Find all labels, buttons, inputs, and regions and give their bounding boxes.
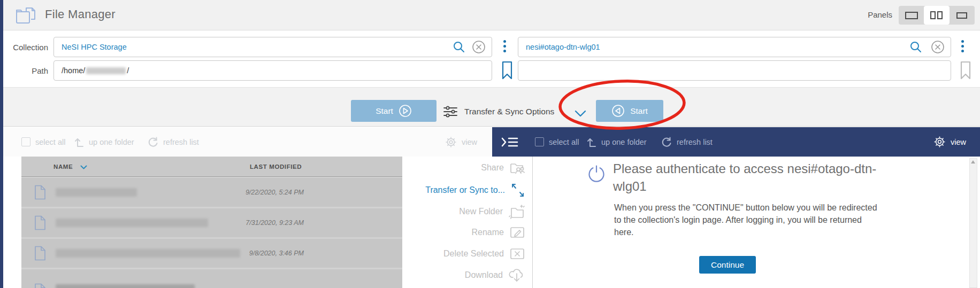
- transfer-bar: Start Transfer & Sync Options Start: [3, 87, 980, 127]
- start-left-button[interactable]: Start: [351, 100, 437, 122]
- rename-label: Rename: [472, 228, 504, 237]
- redacted-path-segment: [86, 67, 126, 74]
- options-chevron-down-icon[interactable]: [575, 110, 586, 117]
- auth-body-text: When you press the "CONTINUE" button bel…: [614, 201, 879, 238]
- download-button[interactable]: Download: [402, 267, 532, 283]
- refresh-list-label: refresh list: [677, 138, 713, 146]
- new-folder-button[interactable]: New Folder: [402, 204, 532, 220]
- left-select-all[interactable]: select all: [21, 127, 65, 157]
- table-row[interactable]: [21, 269, 402, 288]
- continue-button[interactable]: Continue: [699, 256, 756, 274]
- single-panel-button[interactable]: [899, 6, 924, 25]
- left-path-suffix: /: [127, 66, 129, 75]
- file-icon: [34, 246, 46, 261]
- right-panel-scrollbar[interactable]: [969, 158, 977, 288]
- redacted-filename: [56, 284, 195, 288]
- refresh-list-label: refresh list: [163, 138, 199, 146]
- up-one-folder-icon: [74, 137, 84, 147]
- left-collection-search-icon[interactable]: [453, 41, 465, 53]
- new-folder-icon: [509, 204, 525, 219]
- share-button[interactable]: Share: [402, 160, 532, 176]
- delete-icon: [510, 247, 525, 260]
- scroll-up-arrow-icon[interactable]: [971, 160, 975, 164]
- select-all-label: select all: [35, 138, 65, 146]
- share-icon: [510, 161, 525, 175]
- left-panel-toolbar: select all up one folder refresh list vi…: [3, 127, 492, 157]
- right-up-one-folder[interactable]: up one folder: [586, 127, 647, 157]
- left-up-one-folder[interactable]: up one folder: [74, 127, 134, 157]
- collapse-panel-button[interactable]: [501, 127, 519, 157]
- select-all-checkbox[interactable]: [21, 137, 30, 146]
- left-path-bookmark-icon[interactable]: [501, 61, 513, 80]
- file-icon: [34, 215, 46, 230]
- right-refresh-list[interactable]: refresh list: [661, 127, 713, 157]
- gear-icon: [445, 136, 457, 148]
- redacted-filename: [56, 249, 240, 258]
- transfer-or-sync-label: Transfer or Sync to...: [425, 185, 505, 195]
- collection-label: Collection: [0, 43, 48, 52]
- single-panel-icon: [905, 12, 918, 19]
- page-title: File Manager: [45, 7, 116, 21]
- dual-panel-icon: [930, 11, 943, 19]
- right-collection-input[interactable]: [518, 37, 951, 57]
- column-last-modified[interactable]: LAST MODIFIED: [250, 164, 302, 170]
- download-label: Download: [465, 270, 503, 280]
- left-view-button[interactable]: view: [445, 127, 477, 157]
- right-select-all[interactable]: select all: [535, 127, 579, 157]
- play-right-icon: [399, 104, 412, 118]
- delete-selected-label: Delete Selected: [443, 249, 504, 259]
- left-path-input[interactable]: /home/ /: [53, 60, 492, 81]
- select-all-label: select all: [549, 138, 579, 146]
- action-menu: Share Transfer or Sync to... New Folder: [402, 157, 533, 288]
- right-collection-clear-icon[interactable]: [931, 40, 945, 54]
- file-manager-app: File Manager Panels Collection: [0, 0, 980, 288]
- table-row[interactable]: 9/8/2020, 3:46 PM: [21, 239, 402, 268]
- transfer-sync-options-button[interactable]: Transfer & Sync Options: [464, 107, 554, 116]
- start-left-label: Start: [376, 106, 393, 116]
- delete-selected-button[interactable]: Delete Selected: [402, 246, 532, 262]
- right-panel-toolbar: select all up one folder refresh list vi…: [492, 127, 980, 157]
- up-one-folder-label: up one folder: [601, 138, 647, 146]
- transfer-arrows-icon: [511, 183, 525, 198]
- column-name[interactable]: NAME: [53, 164, 73, 170]
- play-left-icon: [611, 104, 625, 118]
- left-collection-clear-icon[interactable]: [472, 40, 486, 54]
- right-collection-menu-icon[interactable]: [961, 40, 964, 52]
- left-refresh-list[interactable]: refresh list: [148, 127, 199, 157]
- rename-button[interactable]: Rename: [402, 224, 532, 240]
- table-row[interactable]: 9/22/2020, 5:24 PM: [21, 178, 402, 207]
- last-modified-value: 7/31/2020, 9:23 AM: [246, 219, 304, 227]
- right-view-button[interactable]: view: [933, 127, 966, 157]
- transfer-or-sync-button[interactable]: Transfer or Sync to...: [402, 182, 532, 198]
- refresh-icon: [661, 137, 672, 147]
- refresh-icon: [148, 137, 158, 147]
- third-panel-button[interactable]: [950, 6, 975, 25]
- collapse-panel-icon: [501, 136, 519, 148]
- path-label: Path: [0, 66, 48, 75]
- auth-heading: Please authenticate to access nesi#otago…: [613, 160, 878, 195]
- up-one-folder-icon: [586, 137, 596, 147]
- select-all-checkbox[interactable]: [535, 137, 544, 146]
- options-sliders-icon: [443, 106, 458, 118]
- auth-panel: Please authenticate to access nesi#otago…: [533, 157, 980, 288]
- power-icon: [587, 165, 606, 183]
- up-one-folder-label: up one folder: [89, 138, 134, 146]
- last-modified-value: 9/22/2020, 5:24 PM: [246, 189, 304, 196]
- app-header: File Manager Panels: [3, 0, 980, 30]
- file-list-header: NAME LAST MODIFIED: [21, 157, 402, 177]
- share-label: Share: [481, 163, 504, 173]
- left-collection-menu-icon[interactable]: [503, 40, 506, 52]
- right-path-input[interactable]: [518, 60, 951, 81]
- dual-panel-button[interactable]: [924, 6, 949, 25]
- panel-layout-switcher: [899, 6, 975, 25]
- sort-chevron-down-icon[interactable]: [80, 165, 87, 169]
- left-collection-input[interactable]: [53, 37, 492, 57]
- left-path-prefix: /home/: [62, 66, 85, 75]
- right-path-bookmark-icon[interactable]: [960, 61, 971, 80]
- table-row[interactable]: 7/31/2020, 9:23 AM: [21, 208, 402, 237]
- third-panel-icon: [956, 12, 967, 19]
- right-collection-search-icon[interactable]: [909, 41, 922, 53]
- view-label: view: [951, 138, 966, 146]
- start-right-button[interactable]: Start: [596, 100, 663, 122]
- redacted-filename: [56, 188, 137, 197]
